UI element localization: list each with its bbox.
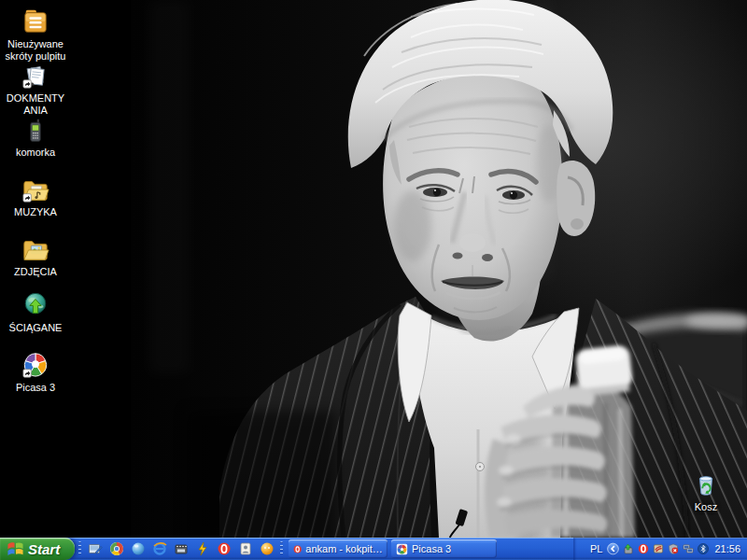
taskbar-button-opera-window[interactable]: ankam - kokpit użytko... <box>289 539 388 558</box>
picasa-window-icon <box>396 543 408 555</box>
winamp-icon[interactable] <box>194 541 210 557</box>
desktop-icon-documents[interactable]: DOKMENTY ANIA <box>2 60 69 116</box>
desktop-icon-picasa[interactable]: Picasa 3 <box>2 349 69 394</box>
security-alert-icon[interactable] <box>667 543 679 555</box>
unused-shortcuts-folder-icon <box>2 6 69 35</box>
taskbar: Start <box>0 538 747 560</box>
desktop-icon-label: DOKMENTY ANIA <box>2 92 69 116</box>
contacts-icon[interactable] <box>237 541 253 557</box>
taskbar-button-picasa-window[interactable]: Picasa 3 <box>391 539 497 558</box>
desktop-icon-label: Picasa 3 <box>2 382 69 394</box>
wallpaper-photo <box>131 0 747 538</box>
opera-window-icon <box>293 543 302 555</box>
window-title: ankam - kokpit użytko... <box>305 543 383 554</box>
gadu-gadu-tray-icon[interactable] <box>652 543 664 555</box>
video-player-icon[interactable] <box>173 541 189 557</box>
window-title: Picasa 3 <box>412 543 451 554</box>
messenger-ball-icon[interactable] <box>130 541 146 557</box>
start-button[interactable]: Start <box>0 538 75 560</box>
desktop-icon-unused-shortcuts[interactable]: Nieużywane skróty pulpitu <box>2 6 69 62</box>
pictures-folder-icon <box>2 233 69 263</box>
mobile-phone-icon <box>2 114 69 144</box>
task-buttons: ankam - kokpit użytko... Picasa 3 <box>287 538 499 560</box>
opera-icon[interactable] <box>216 541 232 557</box>
opera-tray-icon[interactable] <box>637 543 649 555</box>
desktop-icon-recycle-bin[interactable]: Kosz <box>672 469 740 513</box>
downloads-globe-icon <box>2 289 69 319</box>
system-tray: PL <box>573 538 747 560</box>
desktop-icon-label: Kosz <box>672 501 740 513</box>
taskbar-empty-area <box>499 538 573 560</box>
safely-remove-hardware-icon[interactable] <box>622 543 634 555</box>
quick-launch-handle[interactable] <box>78 541 81 556</box>
desktop-icon-phone[interactable]: komorka <box>2 114 69 159</box>
documents-folder-icon <box>2 60 69 90</box>
desktop-icon-label: MUZYKA <box>2 206 69 218</box>
taskbar-clock[interactable]: 21:56 <box>714 543 740 554</box>
desktop[interactable]: Nieużywane skróty pulpitu DOKMENTY ANIA <box>0 0 747 560</box>
recycle-bin-icon <box>672 469 740 498</box>
desktop-icon-downloads[interactable]: ŚCIĄGANE <box>2 289 69 334</box>
network-icon[interactable] <box>682 543 694 555</box>
internet-explorer-icon[interactable] <box>151 541 167 557</box>
desktop-icon-label: komorka <box>2 147 69 159</box>
start-label: Start <box>28 541 60 557</box>
desktop-icon-pictures[interactable]: ZDJĘCIA <box>2 233 69 278</box>
gadu-gadu-icon[interactable] <box>259 541 275 557</box>
desktop-icon-label: ŚCIĄGANE <box>2 322 69 334</box>
hide-icons-chevron[interactable] <box>607 543 619 555</box>
bluetooth-icon[interactable] <box>697 543 709 555</box>
taskbar-handle[interactable] <box>280 541 283 556</box>
desktop-icon-music[interactable]: MUZYKA <box>2 174 69 218</box>
quick-launch-bar <box>85 538 276 560</box>
desktop-icon-label: ZDJĘCIA <box>2 266 69 278</box>
picasa-icon <box>2 349 69 379</box>
show-desktop-icon[interactable] <box>87 541 103 557</box>
chrome-icon[interactable] <box>108 541 124 557</box>
desktop-icon-label: Nieużywane skróty pulpitu <box>2 38 69 62</box>
music-folder-icon <box>2 174 69 203</box>
windows-flag-icon <box>7 540 24 557</box>
language-indicator[interactable]: PL <box>588 543 604 554</box>
